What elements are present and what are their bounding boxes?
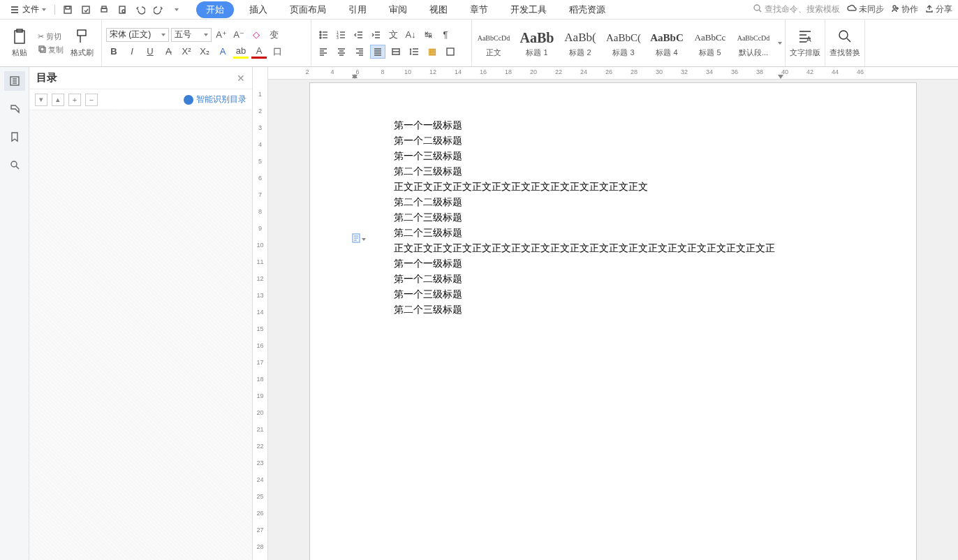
collapse-icon[interactable]: ▾ xyxy=(35,94,47,106)
bullets-icon[interactable] xyxy=(316,28,331,42)
document-paragraph[interactable]: 第二个三级标题 xyxy=(394,302,832,318)
file-menu-label: 文件 xyxy=(22,3,39,15)
copy-button[interactable]: 复制 xyxy=(36,44,65,56)
decrease-indent-icon[interactable] xyxy=(351,28,366,42)
increase-indent-icon[interactable] xyxy=(368,28,383,42)
show-marks-icon[interactable]: ¶ xyxy=(438,28,453,42)
cut-button[interactable]: ✂剪切 xyxy=(36,31,65,43)
qat-dropdown-icon[interactable] xyxy=(168,1,185,18)
redo-icon[interactable] xyxy=(150,1,167,18)
print-preview-icon[interactable] xyxy=(114,1,131,18)
style-name: 标题 5 xyxy=(699,47,721,58)
document-paragraph[interactable]: 第二个三级标题 xyxy=(394,226,832,241)
tag-pane-icon[interactable] xyxy=(4,99,25,119)
distribute-icon[interactable] xyxy=(388,45,404,59)
document-paragraph[interactable]: 第二个三级标题 xyxy=(394,210,832,226)
document-paragraph[interactable]: 第一个二级标题 xyxy=(394,133,832,149)
style-name: 正文 xyxy=(486,47,501,58)
underline-icon[interactable]: U xyxy=(142,45,158,59)
asian-layout-icon[interactable]: 文 xyxy=(385,28,401,42)
sync-status[interactable]: 未同步 xyxy=(847,3,884,15)
styles-dropdown-icon[interactable] xyxy=(775,20,785,66)
save-icon[interactable] xyxy=(59,1,76,18)
svg-rect-4 xyxy=(102,6,106,8)
collab-button[interactable]: 协作 xyxy=(891,3,918,15)
style-默认段...[interactable]: AaBbCcDd默认段... xyxy=(732,20,775,66)
tab-review[interactable]: 审阅 xyxy=(382,1,414,18)
document-paragraph[interactable]: 第一个二级标题 xyxy=(394,272,832,287)
style-标题 2[interactable]: AaBb(标题 2 xyxy=(559,20,602,66)
style-标题 1[interactable]: AaBb标题 1 xyxy=(515,20,559,66)
find-replace-button[interactable]: 查找替换 xyxy=(830,28,860,58)
increase-font-icon[interactable]: A⁺ xyxy=(214,28,229,42)
phonetic-icon[interactable]: 变 xyxy=(266,28,281,42)
sort-icon[interactable]: A↓ xyxy=(403,28,418,42)
command-search[interactable]: 查找命令、搜索模板 xyxy=(753,3,840,15)
auto-detect-toc[interactable]: 智能识别目录 xyxy=(184,94,246,105)
tab-dev-tools[interactable]: 开发工具 xyxy=(503,1,554,18)
decrease-font-icon[interactable]: A⁻ xyxy=(231,28,246,42)
strikethrough-icon[interactable]: A̶ xyxy=(161,45,176,59)
style-preview: AaBbC xyxy=(650,28,684,47)
align-center-icon[interactable] xyxy=(334,45,349,59)
align-left-icon[interactable] xyxy=(316,45,331,59)
tab-page-layout[interactable]: 页面布局 xyxy=(283,1,333,18)
highlight-icon[interactable]: ab xyxy=(233,45,249,59)
add-level-icon[interactable]: + xyxy=(68,94,81,106)
tab-references[interactable]: 引用 xyxy=(341,1,374,18)
share-button[interactable]: 分享 xyxy=(925,3,952,15)
typesetting-button[interactable]: A 文字排版 xyxy=(790,28,820,58)
format-painter-button[interactable]: 格式刷 xyxy=(66,28,97,58)
undo-icon[interactable] xyxy=(132,1,149,18)
document-paragraph[interactable]: 第一个一级标题 xyxy=(394,118,832,133)
style-标题 5[interactable]: AaBbCc标题 5 xyxy=(688,20,732,66)
font-color-icon[interactable]: A xyxy=(251,45,267,59)
tab-home[interactable]: 开始 xyxy=(196,1,234,18)
outline-pane-icon[interactable] xyxy=(4,71,25,91)
document-paragraph[interactable]: 第一个三级标题 xyxy=(394,287,832,302)
line-spacing-icon[interactable] xyxy=(406,45,422,59)
tab-resources[interactable]: 稻壳资源 xyxy=(562,1,612,18)
subscript-icon[interactable]: X₂ xyxy=(197,45,212,59)
search-pane-icon[interactable] xyxy=(4,155,25,175)
text-effect-icon[interactable]: A xyxy=(215,45,230,59)
print-icon[interactable] xyxy=(96,1,112,18)
superscript-icon[interactable]: X² xyxy=(179,45,194,59)
vertical-ruler[interactable]: 1234567891011121314151617181920212223242… xyxy=(253,67,268,560)
horizontal-ruler[interactable]: 2468101214161820222426283032343638404244… xyxy=(268,67,958,79)
document-paragraph[interactable]: 正文正文正文正文正文正文正文正文正文正文正文正文正文正文正文正文正文正文正文正 xyxy=(394,241,832,256)
tab-view[interactable]: 视图 xyxy=(422,1,455,18)
char-border-icon[interactable]: ⼝ xyxy=(270,45,285,59)
bookmark-pane-icon[interactable] xyxy=(4,127,25,147)
style-标题 3[interactable]: AaBbC(标题 3 xyxy=(602,20,645,66)
numbering-icon[interactable]: 123 xyxy=(333,28,348,42)
document-paragraph[interactable]: 第一个三级标题 xyxy=(394,149,832,164)
borders-icon[interactable] xyxy=(443,45,458,59)
align-right-icon[interactable] xyxy=(352,45,367,59)
tab-insert[interactable]: 插入 xyxy=(242,1,274,18)
save-as-icon[interactable] xyxy=(78,1,94,18)
shading-icon[interactable]: ▦ xyxy=(425,45,440,59)
italic-icon[interactable]: I xyxy=(124,45,140,59)
style-正文[interactable]: AaBbCcDd正文 xyxy=(472,20,515,66)
document-paragraph[interactable]: 第二个三级标题 xyxy=(394,164,832,179)
font-size-select[interactable]: 五号 xyxy=(171,28,212,42)
document-paragraph[interactable]: 第一个一级标题 xyxy=(394,256,832,272)
close-icon[interactable]: ✕ xyxy=(237,73,245,84)
align-justify-icon[interactable] xyxy=(370,45,385,59)
paste-button[interactable]: 粘贴 xyxy=(4,28,35,58)
bold-icon[interactable]: B xyxy=(106,45,121,59)
font-name-select[interactable]: 宋体 (正文) xyxy=(106,28,169,42)
file-menu[interactable]: 文件 xyxy=(6,2,50,17)
style-标题 4[interactable]: AaBbC标题 4 xyxy=(645,20,688,66)
page-scroll-area[interactable]: 第一个一级标题第一个二级标题第一个三级标题第二个三级标题正文正文正文正文正文正文… xyxy=(268,80,958,560)
tab-sections[interactable]: 章节 xyxy=(463,1,495,18)
remove-level-icon[interactable]: − xyxy=(85,94,98,106)
clear-format-icon[interactable]: ◇ xyxy=(249,28,264,42)
document-paragraph[interactable]: 第二个二级标题 xyxy=(394,195,832,210)
document-paragraph[interactable]: 正文正文正文正文正文正文正文正文正文正文正文正文正文 xyxy=(394,179,832,195)
document-page[interactable]: 第一个一级标题第一个二级标题第一个三级标题第二个三级标题正文正文正文正文正文正文… xyxy=(309,82,917,560)
chevron-down-icon xyxy=(362,233,366,245)
tab-mark-icon[interactable]: ↹ xyxy=(420,28,436,42)
expand-icon[interactable]: ▴ xyxy=(52,94,64,106)
